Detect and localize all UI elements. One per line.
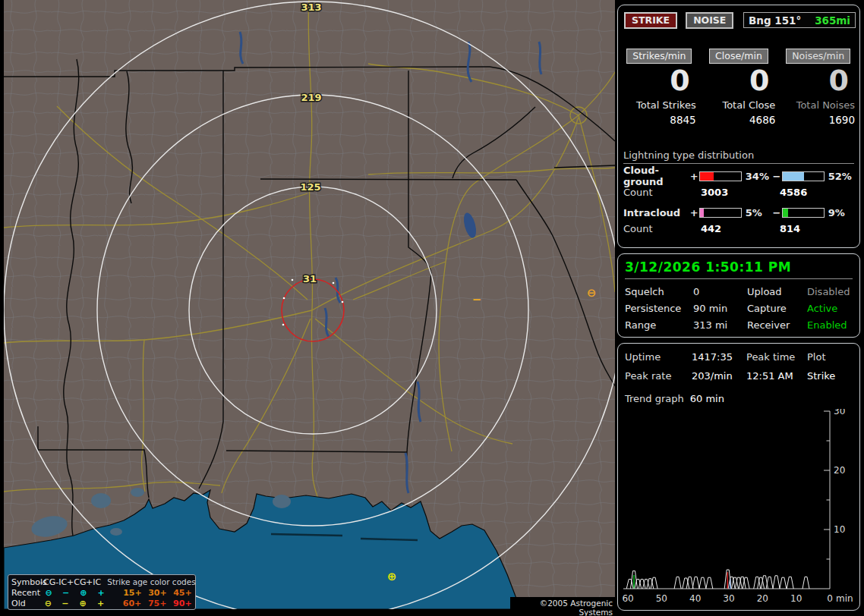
rate-counters: Strikes/min 0 Total Strikes 8845 Close/m… [623, 48, 855, 126]
receiver-status: Enabled [807, 319, 853, 331]
noises-counter: Noises/min 0 Total Noises 1690 [781, 48, 855, 126]
peak-rate-label: Peak rate [625, 370, 692, 382]
svg-text:60: 60 [622, 593, 633, 604]
receiver-label: Receiver [747, 319, 807, 331]
cg-positive-bar [699, 171, 742, 181]
peak-time-label: Peak time [746, 351, 807, 363]
intracloud-label: Intracloud [623, 207, 689, 218]
legend-pos-ic-header: +IC [86, 577, 101, 587]
ic-count-label: Count [623, 223, 701, 235]
close-counter: Close/min 0 Total Close 4686 [702, 48, 776, 126]
cloud-ground-row: Cloud-ground + 34% − 52% [623, 170, 854, 182]
ic-positive-pct: 5% [742, 207, 771, 218]
legend-old-label: Old [11, 599, 39, 608]
noises-per-min-button[interactable]: Noises/min [786, 49, 850, 64]
plot-mode-value: Strike [807, 370, 853, 382]
intracloud-row: Intracloud + 5% − 9% [623, 206, 854, 218]
svg-text:10: 10 [790, 593, 802, 604]
close-per-min-value: 0 [702, 64, 776, 97]
uptime-label: Uptime [625, 351, 692, 363]
minus-sign: − [771, 171, 782, 182]
nexstorm-window: { "map": { "ring_labels": ["313", "219",… [0, 0, 864, 616]
age-code-45: 45+ [170, 588, 195, 598]
legend-old-row: Old ⊖ − ⊕ + 60+ 75+ 90+ [11, 598, 195, 608]
trend-panel: Uptime 1417:35 Peak time Plot Peak rate … [617, 343, 860, 611]
squelch-label: Squelch [625, 286, 693, 297]
ic-negative-pct: 9% [825, 207, 854, 218]
old-neg-ic-icon: − [57, 599, 74, 608]
upload-status: Disabled [807, 286, 853, 297]
peak-time-value: 12:51 AM [746, 370, 807, 382]
strikes-per-min-value: 0 [623, 64, 696, 97]
legend-pos-cg-header: +CG [67, 577, 86, 587]
svg-text:⊕: ⊕ [387, 570, 397, 583]
legend-symbols-label: Symbols [11, 577, 40, 587]
trend-graph-chart: 3020106050403020100min [620, 409, 859, 608]
strike-mode-button[interactable]: STRIKE [624, 12, 677, 29]
svg-text:30: 30 [834, 409, 845, 416]
strikes-counter: Strikes/min 0 Total Strikes 8845 [623, 48, 696, 126]
cg-positive-count: 3003 [701, 187, 780, 199]
close-per-min-button[interactable]: Close/min [709, 49, 768, 64]
plus-sign: + [689, 207, 699, 218]
age-code-75: 75+ [145, 599, 170, 608]
svg-text:min: min [836, 593, 853, 604]
strike-age-title: Strike age color codes [101, 577, 195, 587]
mode-row: STRIKE NOISE Bng 151° 365mi [624, 12, 856, 29]
age-code-60: 60+ [119, 599, 144, 608]
ring-label-219: 219 [301, 92, 321, 103]
status-panel: 3/12/2026 1:50:11 PM Squelch 0 Upload Di… [617, 253, 860, 338]
persistence-value: 90 min [693, 303, 747, 314]
recent-pos-ic-icon: + [93, 588, 109, 598]
ic-count-row: Count 442 814 [623, 223, 854, 235]
legend-neg-cg-header: -CG [40, 577, 55, 587]
total-noises-label: Total Noises [781, 99, 855, 111]
ic-positive-bar [699, 208, 742, 218]
svg-text:10: 10 [834, 524, 845, 535]
symbol-legend: Symbols -CG -IC +CG +IC Strike age color… [8, 574, 196, 610]
uptime-value: 1417:35 [692, 351, 746, 363]
divider [625, 278, 853, 279]
plot-label: Plot [807, 351, 853, 363]
minus-sign: − [771, 207, 782, 218]
map-canvas: 313 219 125 31 ⊕⊖− [4, 0, 615, 609]
noise-mode-button[interactable]: NOISE [686, 12, 733, 29]
cloud-ground-label: Cloud-ground [623, 165, 689, 187]
old-pos-ic-icon: + [92, 599, 109, 608]
ic-negative-count: 814 [780, 223, 800, 235]
bearing-value: Bng 151° [749, 14, 801, 27]
svg-text:⊖: ⊖ [587, 286, 597, 300]
total-close-value: 4686 [702, 114, 776, 126]
svg-text:40: 40 [689, 593, 701, 604]
age-code-15: 15+ [120, 588, 145, 598]
distribution-title: Lightning type distribution [623, 149, 854, 164]
cg-negative-count: 4586 [780, 187, 807, 199]
svg-text:30: 30 [723, 593, 734, 604]
ic-positive-count: 442 [701, 223, 780, 235]
upload-label: Upload [747, 286, 807, 297]
strike-map[interactable]: 313 219 125 31 ⊕⊖− [4, 0, 615, 609]
strikes-per-min-button[interactable]: Strikes/min [626, 49, 692, 64]
datetime-display: 3/12/2026 1:50:11 PM [625, 259, 853, 275]
legend-recent-row: Recent ⊖ − ⊕ + 15+ 30+ 45+ [11, 587, 195, 598]
lightning-distribution: Lightning type distribution Cloud-ground… [623, 149, 854, 243]
legend-recent-label: Recent [11, 588, 40, 598]
ring-label-31: 31 [303, 273, 317, 284]
ring-label-313: 313 [301, 2, 321, 13]
cg-negative-pct: 52% [825, 171, 854, 182]
persistence-label: Persistence [625, 303, 693, 314]
copyright-text: ©2005 Astrogenic Systems [510, 597, 615, 610]
bearing-distance: 365mi [815, 14, 850, 27]
svg-text:0: 0 [827, 593, 833, 604]
recent-neg-ic-icon: − [57, 588, 74, 598]
cg-count-row: Count 3003 4586 [623, 187, 854, 199]
range-value: 313 mi [693, 319, 747, 331]
legend-header-row: Symbols -CG -IC +CG +IC Strike age color… [11, 577, 195, 587]
range-label: Range [625, 319, 693, 331]
svg-text:20: 20 [757, 593, 768, 604]
svg-text:−: − [472, 293, 482, 306]
old-pos-cg-icon: ⊕ [74, 599, 92, 608]
total-close-label: Total Close [702, 99, 776, 111]
trend-graph-row: Trend graph60 min [625, 393, 853, 404]
age-code-30: 30+ [145, 588, 170, 598]
